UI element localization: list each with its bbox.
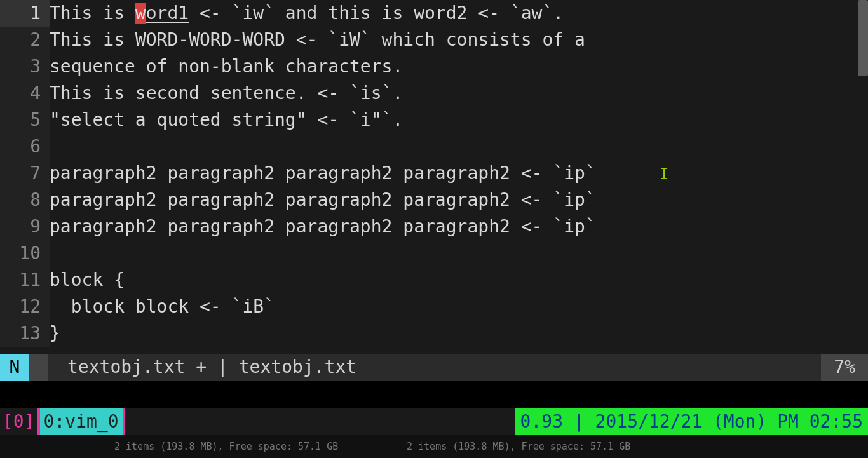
line-text: paragraph2 paragraph2 paragraph2 paragra…	[50, 160, 596, 187]
cursor: w	[135, 3, 146, 24]
line-text: "select a quoted string" <- `i"`.	[50, 107, 403, 133]
line-text: paragraph2 paragraph2 paragraph2 paragra…	[50, 213, 596, 240]
line-number: 9	[0, 213, 50, 240]
line-text: block {	[50, 267, 125, 293]
line-text: This is word1 <- `iw` and this is word2 …	[50, 0, 564, 27]
line-number: 5	[0, 107, 50, 133]
tmux-window-tab[interactable]: 0:vim_0	[37, 408, 125, 435]
mode-indicator: N	[0, 354, 29, 381]
editor-line[interactable]: 6	[0, 133, 868, 160]
tmux-session[interactable]: [0]	[0, 408, 37, 435]
search-highlight: ord1	[146, 3, 189, 24]
line-number: 11	[0, 267, 50, 293]
editor-line[interactable]: 3 sequence of non-blank characters.	[0, 53, 868, 80]
editor-line[interactable]: 2 This is WORD-WORD-WORD <- `iW` which c…	[0, 27, 868, 53]
line-text: sequence of non-blank characters.	[50, 53, 403, 80]
line-number: 8	[0, 187, 50, 213]
disk-info: 2 items (193.8 MB), Free space: 57.1 GB	[292, 440, 585, 454]
editor-line[interactable]: 10	[0, 240, 868, 267]
editor-line[interactable]: 4 This is second sentence. <- `is`.	[0, 80, 868, 107]
os-statusbar: 2 items (193.8 MB), Free space: 57.1 GB …	[0, 435, 868, 458]
editor-line[interactable]: 1 This is word1 <- `iw` and this is word…	[0, 0, 868, 27]
line-number: 3	[0, 53, 50, 80]
tmux-window-label: 0:vim_0	[40, 408, 123, 435]
line-number: 7	[0, 160, 50, 187]
editor-line[interactable]: 8 paragraph2 paragraph2 paragraph2 parag…	[0, 187, 868, 213]
editor-line[interactable]: 11 block {	[0, 267, 868, 293]
line-number: 4	[0, 80, 50, 107]
line-text: This is second sentence. <- `is`.	[50, 80, 403, 107]
line-number: 10	[0, 240, 50, 267]
disk-info: 2 items (193.8 MB), Free space: 57.1 GB	[0, 440, 292, 454]
editor-line[interactable]: 9 paragraph2 paragraph2 paragraph2 parag…	[0, 213, 868, 240]
line-number: 6	[0, 133, 50, 160]
scroll-percent: 7%	[821, 354, 868, 381]
scrollbar[interactable]	[858, 0, 868, 381]
text-cursor-icon: I	[660, 163, 668, 185]
statusline: N textobj.txt + | textobj.txt 7%	[0, 354, 868, 381]
line-number: 1	[0, 0, 50, 27]
line-text: This is WORD-WORD-WORD <- `iW` which con…	[50, 27, 585, 53]
editor-line[interactable]: 7 paragraph2 paragraph2 paragraph2 parag…	[0, 160, 868, 187]
line-text: paragraph2 paragraph2 paragraph2 paragra…	[50, 187, 596, 213]
scrollbar-thumb[interactable]	[858, 0, 868, 76]
tmux-clock: 0.93 | 2015/12/21 (Mon) PM 02:55	[515, 408, 868, 435]
tmux-statusbar: [0] 0:vim_0 0.93 | 2015/12/21 (Mon) PM 0…	[0, 408, 868, 435]
editor-line[interactable]: 5 "select a quoted string" <- `i"`.	[0, 107, 868, 133]
line-number: 2	[0, 27, 50, 53]
